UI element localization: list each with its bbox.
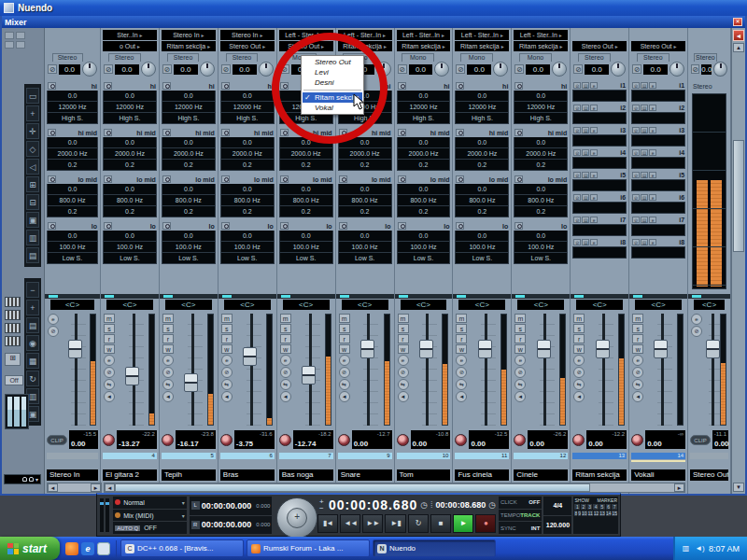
- eq-freq-value[interactable]: 800.0 Hz: [103, 195, 157, 206]
- insert-slot-icon[interactable]: ⊘: [573, 172, 581, 178]
- show-markers-button[interactable]: SHOW: [574, 497, 589, 503]
- channel-icon-button[interactable]: ⇆: [456, 379, 467, 390]
- pan-display[interactable]: <C>: [458, 300, 505, 310]
- output-routing-select[interactable]: Ritam sekcija▸: [338, 41, 392, 51]
- pan-display[interactable]: <C>: [224, 300, 271, 310]
- marker-button[interactable]: 11: [588, 511, 593, 516]
- insert-slot-icon[interactable]: e: [590, 217, 598, 223]
- insert-slot-icon[interactable]: ⊘: [632, 194, 640, 201]
- menu-item-levi[interactable]: Levi: [303, 67, 362, 77]
- channel-s-button[interactable]: s: [280, 324, 291, 333]
- eq-freq-value[interactable]: 2000.0 Hz: [47, 148, 98, 160]
- eq-power-icon[interactable]: [514, 175, 523, 183]
- eq-q-value[interactable]: 0.2: [47, 206, 98, 217]
- bypass-icon[interactable]: ⊘: [691, 64, 699, 74]
- eq-power-icon[interactable]: [398, 129, 406, 136]
- pan-display[interactable]: <C>: [50, 300, 94, 310]
- eq-q-value[interactable]: Low S.: [338, 253, 392, 264]
- pan-knob[interactable]: [552, 62, 567, 77]
- eq-q-value[interactable]: 0.2: [220, 160, 275, 171]
- input-routing-select[interactable]: Left - Ster..In▸: [514, 30, 568, 40]
- marker-button[interactable]: 10: [582, 511, 587, 516]
- insert-slot-icon[interactable]: e: [649, 149, 656, 156]
- eq-gain-value[interactable]: 0.0: [397, 137, 451, 148]
- marker-button[interactable]: 2: [581, 504, 586, 510]
- fader-handle[interactable]: [243, 347, 257, 366]
- channel-icon-button[interactable]: e: [632, 355, 643, 366]
- record-enable-button[interactable]: [279, 434, 291, 446]
- channel-icon-button[interactable]: e: [221, 355, 233, 366]
- insert-slot-icon[interactable]: ⊘: [573, 239, 581, 245]
- channel-name[interactable]: Bas noga: [279, 469, 333, 481]
- insert-slot-field[interactable]: [631, 224, 685, 236]
- eq-q-value[interactable]: 0.2: [162, 160, 216, 171]
- channel-icon-button[interactable]: ⊘: [48, 326, 59, 337]
- pan-knob[interactable]: [611, 62, 626, 77]
- mixer-view-icon[interactable]: ▤: [26, 317, 39, 333]
- eq-power-icon[interactable]: [104, 222, 112, 230]
- eq-gain-value[interactable]: 0.0: [162, 231, 216, 242]
- channel-w-button[interactable]: w: [280, 344, 291, 354]
- bypass-icon[interactable]: ⊘: [162, 64, 172, 74]
- bypass-icon[interactable]: ⊘: [514, 64, 524, 74]
- insert-slot-icon[interactable]: e: [649, 239, 656, 245]
- collapse-left-icon[interactable]: ◄: [733, 30, 744, 41]
- channel-r-button[interactable]: r: [162, 334, 174, 343]
- rewind-button[interactable]: ◄◄: [340, 514, 360, 533]
- left-locator[interactable]: L 00:00:00.000 0.000: [190, 497, 273, 515]
- fader-handle[interactable]: [302, 366, 316, 385]
- channel-number-bar[interactable]: 7: [279, 453, 333, 459]
- channel-icon-button[interactable]: ⊘: [514, 367, 526, 378]
- channel-icon-button[interactable]: e: [691, 314, 702, 325]
- record-enable-button[interactable]: [514, 434, 526, 446]
- mixer-view-icon[interactable]: ⊞: [26, 176, 39, 192]
- primary-time-display[interactable]: 00:00:08.680: [329, 497, 417, 512]
- bypass-icon[interactable]: ⊘: [398, 64, 407, 74]
- eq-power-icon[interactable]: [48, 82, 56, 90]
- fader-handle[interactable]: [654, 340, 668, 358]
- channel-s-button[interactable]: s: [398, 324, 409, 333]
- eq-freq-value[interactable]: 800.0 Hz: [397, 195, 451, 206]
- insert-slot-icon[interactable]: ▤: [641, 105, 648, 111]
- eq-power-icon[interactable]: [162, 82, 171, 90]
- output-routing-select[interactable]: Ritam sekcija▸: [514, 41, 568, 51]
- eq-q-value[interactable]: 0.2: [514, 206, 568, 217]
- eq-freq-value[interactable]: 800.0 Hz: [455, 195, 509, 206]
- pan-knob[interactable]: [141, 62, 156, 77]
- eq-gain-value[interactable]: 0.0: [397, 231, 451, 242]
- insert-slot-field[interactable]: [631, 157, 685, 169]
- fader-value-display[interactable]: -10.80.00: [411, 430, 451, 449]
- channel-icon-button[interactable]: ⇆: [104, 379, 115, 390]
- channel-m-button[interactable]: m: [221, 314, 233, 323]
- menu-item-desni[interactable]: Desni: [303, 77, 362, 88]
- mixer-view-icon[interactable]: ↻: [26, 371, 39, 386]
- insert-slot-icon[interactable]: ▤: [582, 239, 589, 245]
- eq-q-value[interactable]: High S.: [47, 113, 98, 124]
- eq-power-icon[interactable]: [339, 222, 347, 230]
- eq-power-icon[interactable]: [339, 175, 347, 183]
- eq-gain-value[interactable]: 0.0: [397, 184, 451, 195]
- fader-handle[interactable]: [184, 373, 198, 392]
- fader-value-display[interactable]: -12.20.00: [586, 430, 627, 449]
- channel-m-button[interactable]: m: [456, 314, 467, 323]
- input-routing-select[interactable]: Stereo In▸: [220, 30, 275, 40]
- channel-number-bar[interactable]: 11: [455, 453, 509, 459]
- channel-icon-button[interactable]: ⇆: [398, 379, 409, 390]
- channel-lock-display[interactable]: ▾: [4, 474, 41, 484]
- fader-handle[interactable]: [125, 367, 139, 385]
- insert-slot-icon[interactable]: e: [649, 172, 656, 178]
- eq-q-value[interactable]: 0.2: [397, 160, 451, 171]
- eq-gain-value[interactable]: 0.0: [338, 137, 392, 148]
- eq-freq-value[interactable]: 12000 Hz: [455, 102, 509, 113]
- channel-icon-button[interactable]: ⇆: [280, 379, 291, 390]
- input-routing-select[interactable]: Ster..In▸: [103, 30, 157, 40]
- insert-slot-icon[interactable]: e: [649, 82, 656, 89]
- pan-display[interactable]: <C>: [694, 300, 725, 310]
- scroll-right-icon[interactable]: ►: [674, 483, 684, 492]
- insert-slot-icon[interactable]: e: [649, 127, 656, 133]
- right-locator[interactable]: R 00:00:00.000 0.000: [190, 516, 273, 535]
- output-routing-select[interactable]: Stereo Out▸: [279, 41, 333, 51]
- eq-gain-value[interactable]: 0.0: [162, 184, 216, 195]
- pan-knob[interactable]: [259, 62, 274, 77]
- eq-gain-value[interactable]: 0.0: [514, 137, 568, 148]
